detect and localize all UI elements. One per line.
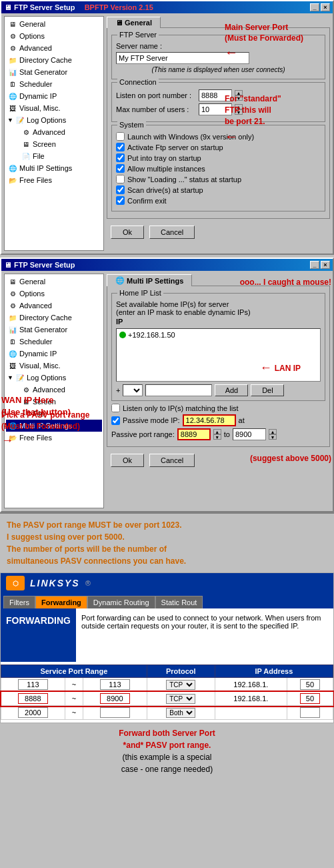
options-icon1: ⚙: [7, 31, 18, 41]
sidebar-item-visualmisc1[interactable]: 🖼 Visual, Misc.: [6, 102, 102, 114]
sidebar-item-advanced2[interactable]: ⚙ Advanced: [6, 300, 102, 312]
ip-dropdown[interactable]: [123, 384, 143, 396]
to-input-2[interactable]: [100, 707, 130, 718]
sidebar-item-multiip1[interactable]: 🌐 Multi IP Settings: [6, 162, 102, 174]
from-input-1[interactable]: [18, 693, 48, 704]
close-btn1[interactable]: ×: [321, 3, 330, 11]
sidebar-item-freefiles1[interactable]: 📂 Free Files: [6, 174, 102, 186]
pf-up[interactable]: ▲: [213, 429, 221, 434]
listen-checkbox[interactable]: [111, 404, 120, 412]
linksys-tab-dynamic[interactable]: Dynamic Routing: [87, 596, 155, 608]
port-from-input[interactable]: [177, 428, 211, 440]
sidebar-item-statgen1[interactable]: 📊 Stat Generator: [6, 66, 102, 78]
sidebar-label-advanced2: Advanced: [19, 302, 52, 310]
port-up-arrow[interactable]: ▲: [235, 90, 243, 95]
cb-label-5: Scan drive(s) at startup: [127, 186, 203, 194]
cb-activate-ftp[interactable]: [116, 143, 125, 151]
cb-put-tray[interactable]: [116, 153, 125, 162]
port-spinner[interactable]: ▲ ▼: [235, 90, 243, 101]
max-users-input[interactable]: [199, 103, 232, 115]
maxusers-up-arrow[interactable]: ▲: [235, 104, 243, 109]
sidebar-label-statgen2: Stat Generator: [19, 326, 67, 334]
ip-text-input[interactable]: [145, 384, 212, 396]
sidebar-item-adv-sub1[interactable]: ⚙ Advanced: [6, 126, 102, 138]
cb-multiple-instances[interactable]: [116, 164, 125, 173]
from-input-0[interactable]: [18, 679, 48, 690]
ok-btn1[interactable]: Ok: [111, 226, 144, 239]
freefiles-icon1: 📂: [7, 175, 18, 185]
cb-launch-windows[interactable]: [116, 132, 125, 141]
to-label: to: [224, 430, 230, 438]
sidebar-item-dynamicip2[interactable]: 🌐 Dynamic IP: [6, 348, 102, 360]
port-input[interactable]: [199, 89, 232, 101]
minimize-btn2[interactable]: _: [310, 261, 319, 269]
pt-dn[interactable]: ▼: [269, 434, 277, 440]
cb-confirm-exit[interactable]: [116, 196, 125, 205]
sidebar-item-file2[interactable]: 📄 File: [6, 408, 102, 420]
sidebar-item-general1[interactable]: 🖥 General: [6, 18, 102, 30]
to-input-0[interactable]: [100, 679, 130, 690]
pt-up[interactable]: ▲: [269, 429, 277, 434]
ok-btn2[interactable]: Ok: [111, 454, 144, 467]
minimize-btn1[interactable]: _: [310, 3, 319, 11]
sidebar-item-logoptions1[interactable]: ▼ 📝 Log Options: [6, 114, 102, 126]
sidebar-item-adv-sub2[interactable]: ⚙ Advanced: [6, 384, 102, 396]
ip-last-2[interactable]: [300, 707, 320, 718]
cb-show-loading[interactable]: [116, 175, 125, 183]
maxusers-down-arrow[interactable]: ▼: [235, 109, 243, 115]
tab-general1[interactable]: 🖥 General: [107, 17, 161, 28]
cancel-btn1[interactable]: Cancel: [149, 226, 195, 239]
titlebar2-buttons: _ ×: [310, 261, 330, 269]
sidebar-item-options1[interactable]: ⚙ Options: [6, 30, 102, 42]
sidebar-item-advanced1[interactable]: ⚙ Advanced: [6, 42, 102, 54]
panel-content1: FTP Server Server name : (This name is d…: [107, 27, 330, 219]
titlebar2: 🖥 FTP Server Setup _ ×: [1, 259, 333, 271]
ip-last-0[interactable]: [300, 679, 320, 690]
del-btn[interactable]: Del: [251, 384, 284, 396]
sidebar-item-dircache2[interactable]: 📁 Directory Cache: [6, 312, 102, 324]
cb-label-3: Allow multiple instances: [127, 165, 205, 173]
tab-multiip[interactable]: 🌐 Multi IP Settings: [107, 274, 192, 286]
port-down-arrow[interactable]: ▼: [235, 95, 243, 101]
passive-mode-checkbox[interactable]: [111, 416, 120, 425]
sidebar-item-scheduler1[interactable]: 🗓 Scheduler: [6, 78, 102, 90]
sidebar-item-statgen2[interactable]: 📊 Stat Generator: [6, 324, 102, 336]
sidebar-item-dircache1[interactable]: 📁 Directory Cache: [6, 54, 102, 66]
linksys-tab-forwarding[interactable]: Forwarding: [35, 596, 87, 608]
cb-label-1: Activate Ftp server on startup: [127, 143, 223, 151]
protocol-select-1[interactable]: TCPUDPBoth: [166, 694, 195, 704]
add-btn[interactable]: Add: [215, 384, 248, 396]
sidebar-item-options2[interactable]: ⚙ Options: [6, 288, 102, 300]
titlebar1-buttons: _ ×: [310, 3, 330, 11]
sidebar-item-dynamicip1[interactable]: 🌐 Dynamic IP: [6, 90, 102, 102]
close-btn2[interactable]: ×: [321, 261, 330, 269]
sidebar-item-screen2[interactable]: 🖥 Screen: [6, 396, 102, 408]
sidebar-item-visualmisc2[interactable]: 🖼 Visual, Misc.: [6, 360, 102, 372]
port-to-input[interactable]: [233, 428, 266, 440]
linksys-body-text: Port forwarding can be used to connect t…: [76, 608, 333, 662]
port-to-spinner[interactable]: ▲ ▼: [269, 429, 277, 440]
sidebar-item-logoptions2[interactable]: ▼ 📝 Log Options: [6, 372, 102, 384]
protocol-select-0[interactable]: TCPUDPBoth: [166, 680, 195, 690]
linksys-tab-static[interactable]: Static Rout: [155, 596, 203, 608]
linksys-tab-filters[interactable]: Filters: [3, 596, 35, 608]
sidebar-item-screen1[interactable]: 🖥 Screen: [6, 138, 102, 150]
max-users-spinner[interactable]: ▲ ▼: [235, 104, 243, 115]
port-from-spinner[interactable]: ▲ ▼: [213, 429, 221, 440]
sidebar-item-scheduler2[interactable]: 🗓 Scheduler: [6, 336, 102, 348]
passive-mode-ip[interactable]: [183, 414, 236, 426]
cb-scan-drives[interactable]: [116, 185, 125, 194]
sidebar-item-file1[interactable]: 📄 File: [6, 150, 102, 162]
sidebar-item-multiip2[interactable]: 🌐 Multi IP Settings: [6, 420, 102, 432]
sidebar-item-general2[interactable]: 🖥 General: [6, 276, 102, 288]
sidebar-item-freefiles2[interactable]: 📂 Free Files: [6, 432, 102, 444]
to-input-1[interactable]: [100, 693, 130, 704]
tilde-1: ~: [65, 692, 83, 706]
ip-last-1[interactable]: [300, 693, 320, 704]
from-input-2[interactable]: [18, 707, 48, 718]
screen-icon1: 🖥: [21, 139, 31, 149]
protocol-select-2[interactable]: BothTCPUDP: [166, 708, 195, 718]
pf-dn[interactable]: ▼: [213, 434, 221, 440]
server-name-input[interactable]: [116, 52, 249, 64]
cancel-btn2[interactable]: Cancel: [149, 454, 195, 467]
